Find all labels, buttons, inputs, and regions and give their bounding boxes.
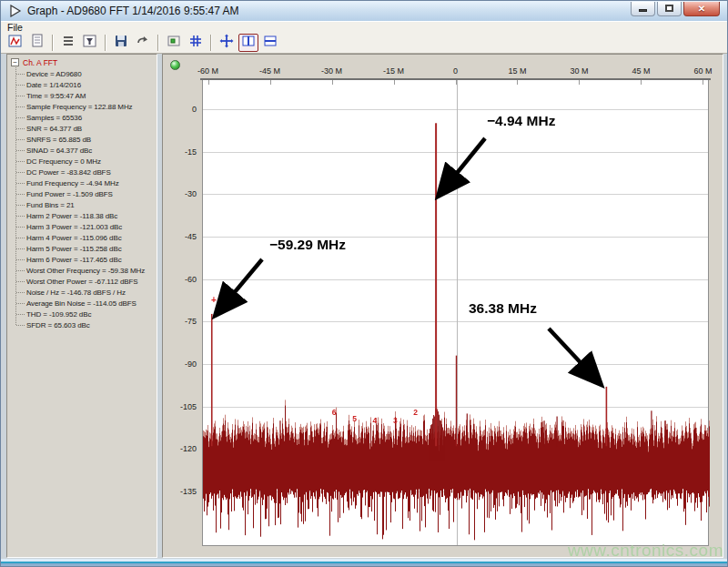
export-icon xyxy=(136,34,150,52)
toolbar-separator xyxy=(157,35,159,51)
tree-item[interactable]: Sample Frequency = 122.88 MHz xyxy=(16,101,133,112)
main-content: − Ch. A FFT Device = AD9680Date = 1/14/2… xyxy=(1,54,727,559)
tree-branch-line xyxy=(16,172,25,173)
tree-item-label: THD = -109.952 dBc xyxy=(26,310,91,319)
harmonic-marker: 6 xyxy=(332,408,337,417)
harmonic-marker: 2 xyxy=(413,408,418,417)
tree-branch-line xyxy=(16,194,25,195)
tree-item[interactable]: SNR = 64.377 dB xyxy=(16,123,82,134)
legend-icon xyxy=(167,34,181,52)
plot-settings-button[interactable] xyxy=(5,34,25,52)
fft-plot-area[interactable]: 23456+−4.94 MHz−59.29 MHz36.38 MHz xyxy=(202,80,709,546)
tree-item[interactable]: Harm 3 Power = -121.003 dBc xyxy=(16,221,122,232)
tree-item[interactable]: DC Power = -83.842 dBFS xyxy=(16,167,111,177)
tree-item-label: Fund Power = -1.509 dBFS xyxy=(26,190,113,198)
tree-root-label[interactable]: Ch. A FFT xyxy=(23,58,57,67)
tree-item[interactable]: Average Bin Noise = -114.05 dBFS xyxy=(16,298,136,309)
tree-item-label: Samples = 65536 xyxy=(26,114,82,122)
tree-item-label: SNR = 64.377 dB xyxy=(26,125,82,133)
tree-item[interactable]: Harm 6 Power = -117.465 dBc xyxy=(16,254,122,265)
tree-item-label: SFDR = 65.603 dBc xyxy=(26,321,90,329)
tree-item[interactable]: Harm 2 Power = -118.38 dBc xyxy=(16,210,117,221)
tree-item[interactable]: THD = -109.952 dBc xyxy=(16,309,91,319)
tree-branch-line xyxy=(16,96,25,96)
tree-branch-line xyxy=(16,106,25,107)
report-button[interactable] xyxy=(27,34,47,52)
tree-item-label: Worst Other Power = -67.112 dBFS xyxy=(26,278,138,286)
tree-item[interactable]: Fund Bins = 21 xyxy=(16,199,75,210)
maximize-button[interactable] xyxy=(657,2,682,16)
tree-item[interactable]: Time = 9:55:47 AM xyxy=(16,90,86,101)
close-button[interactable]: ✕ xyxy=(683,2,720,16)
tree-item-label: DC Frequency = 0 MHz xyxy=(26,157,101,166)
y-axis-tick-label: -135 xyxy=(167,487,197,496)
tree-item-label: Harm 6 Power = -117.465 dBc xyxy=(26,256,122,264)
toolbar xyxy=(1,33,727,54)
tree-item-label: DC Power = -83.842 dBFS xyxy=(26,168,111,177)
tree-item[interactable]: SINAD = 64.377 dBc xyxy=(16,145,92,156)
grid-button[interactable] xyxy=(186,34,206,52)
tree-item[interactable]: Harm 4 Power = -115.096 dBc xyxy=(16,232,122,243)
tree-item[interactable]: SNRFS = 65.885 dB xyxy=(16,134,91,145)
tree-item[interactable]: Fund Power = -1.509 dBFS xyxy=(16,188,113,199)
zoom-fit-button[interactable] xyxy=(217,34,237,52)
worst-other-marker: + xyxy=(211,294,217,304)
x-axis-tick-label: -60 M xyxy=(188,66,228,76)
tree-item[interactable]: Device = AD9680 xyxy=(16,68,82,79)
tree-item[interactable]: Date = 1/14/2016 xyxy=(16,79,81,90)
tree-item-label: Time = 9:55:47 AM xyxy=(26,92,86,100)
title-bar[interactable]: Graph - AD9680 FFT 1/14/2016 9:55:47 AM … xyxy=(1,1,727,21)
tree-item-label: Date = 1/14/2016 xyxy=(26,81,81,89)
tree-item-label: Fund Frequency = -4.94 MHz xyxy=(26,179,119,187)
y-axis-tick-label: -30 xyxy=(167,189,197,198)
tree-item[interactable]: Harm 5 Power = -115.258 dBc xyxy=(16,243,122,254)
filter-icon xyxy=(83,34,97,52)
x-axis-tick-label: 0 xyxy=(436,66,476,76)
export-button[interactable] xyxy=(133,34,153,52)
legend-button[interactable] xyxy=(164,34,184,52)
minimize-icon xyxy=(639,9,647,12)
tree-branch-line xyxy=(16,150,25,151)
x-axis-tick-label: -15 M xyxy=(374,66,414,76)
tree-branch-line xyxy=(16,85,25,86)
close-icon: ✕ xyxy=(698,4,705,14)
tree-item[interactable]: DC Frequency = 0 MHz xyxy=(16,156,101,167)
save-button[interactable] xyxy=(111,34,131,52)
tree-branch-line xyxy=(16,161,25,162)
fft-spectrum-canvas[interactable] xyxy=(203,80,710,546)
plot-settings-icon xyxy=(8,34,23,52)
list-icon xyxy=(61,34,76,52)
tree-branch-line xyxy=(16,281,25,282)
tree-item-label: Sample Frequency = 122.88 MHz xyxy=(26,103,133,111)
split-vertical-button[interactable] xyxy=(238,34,258,52)
tree-branch-line xyxy=(16,303,25,304)
grid-icon xyxy=(188,34,203,52)
tree-branch-line xyxy=(16,248,25,249)
watermark-text: www.cntronics.com xyxy=(568,541,723,561)
tree-item[interactable]: Fund Frequency = -4.94 MHz xyxy=(16,177,119,188)
frequency-annotation: −4.94 MHz xyxy=(487,113,555,129)
tree-branch-line xyxy=(16,139,25,140)
y-axis-tick-label: -60 xyxy=(167,275,197,284)
minimize-button[interactable] xyxy=(631,2,655,16)
tree-item-label: Average Bin Noise = -114.05 dBFS xyxy=(26,299,136,308)
tree-collapse-toggle[interactable]: − xyxy=(11,58,19,66)
filter-button[interactable] xyxy=(80,34,100,52)
split-horizontal-button[interactable] xyxy=(260,34,280,52)
list-button[interactable] xyxy=(58,34,78,52)
x-axis-tick-label: 60 M xyxy=(682,66,723,76)
x-axis-tick-label: 15 M xyxy=(497,66,537,76)
tree-item-label: Fund Bins = 21 xyxy=(26,201,75,209)
tree-branch-line xyxy=(16,216,25,217)
tree-item[interactable]: Samples = 65536 xyxy=(16,112,82,123)
y-axis-tick-label: 0 xyxy=(167,105,197,114)
tree-item[interactable]: Noise / Hz = -146.78 dBFS / Hz xyxy=(16,287,126,298)
tree-item[interactable]: Worst Other Power = -67.112 dBFS xyxy=(16,276,138,287)
tree-branch-line xyxy=(16,227,25,228)
y-axis-tick-label: -45 xyxy=(167,232,197,241)
split-vertical-icon xyxy=(241,34,256,52)
tree-item[interactable]: SFDR = 65.603 dBc xyxy=(16,319,90,330)
menu-file[interactable]: File xyxy=(1,22,29,33)
tree-item[interactable]: Worst Other Frequency = -59.38 MHz xyxy=(16,265,145,276)
zoom-fit-icon xyxy=(219,34,234,52)
